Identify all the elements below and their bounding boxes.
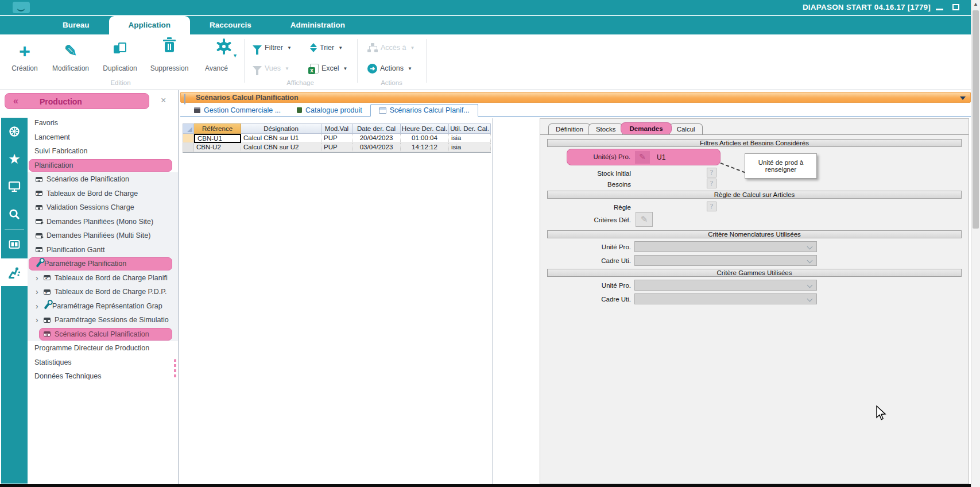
sidebar-item[interactable]: › Planification Gantt [28, 243, 178, 257]
star-icon[interactable]: ★ [1, 145, 28, 173]
sidebar-item[interactable]: › Demandes Planifiées (Multi Site) [28, 229, 178, 243]
sidebar-item[interactable]: › Favoris [28, 116, 178, 130]
sidebar-header[interactable]: « Production [5, 93, 149, 109]
columns-icon[interactable] [1, 231, 28, 258]
vertical-scrollbar[interactable]: ▲ [971, 0, 980, 487]
avance-dropdown-caret[interactable]: ▼ [233, 53, 238, 59]
sidebar-item[interactable]: › Tableaux de Bord de Charge Planifi [28, 271, 178, 285]
detail-tab[interactable]: Stocks [588, 123, 623, 134]
cell-mod-val[interactable]: PUP [321, 143, 353, 152]
gammes-cadre-uti-label: Cadre Uti. [545, 296, 631, 303]
detail-tab[interactable]: Demandes [621, 122, 671, 134]
scroll-up-icon[interactable]: ▲ [973, 1, 978, 7]
modules-wheel-icon[interactable] [1, 118, 28, 145]
sidebar-item[interactable]: › Scénarios Calcul Planification [28, 327, 178, 342]
suppression-button[interactable]: Suppression [145, 39, 194, 72]
sidebar-item[interactable]: › Paramétrage Représentation Grap [28, 299, 178, 314]
cell-heure-der-cal[interactable]: 01:00:04 [401, 134, 449, 143]
nomenclatures-unite-pro-dropdown[interactable] [634, 241, 817, 252]
cell-util-der-cal[interactable]: isia [449, 143, 491, 152]
unite-pro-field-highlighted[interactable]: Unité(s) Pro. ✎ U1 [567, 149, 721, 165]
column-header[interactable]: Référence [194, 123, 241, 134]
cell-date-der-cal[interactable]: 20/04/2023 [353, 134, 401, 143]
chevron-right-icon[interactable]: › [36, 274, 44, 282]
cell-designation[interactable]: Calcul CBN sur U2 [241, 143, 321, 152]
sidebar-item[interactable]: › Paramétrage Planification [28, 257, 178, 271]
regle-help-button[interactable]: ? [707, 202, 716, 211]
cell-mod-val[interactable]: PUP [321, 134, 353, 143]
sidebar-item[interactable]: › Données Techniques [28, 369, 178, 384]
minimize-button[interactable] [936, 9, 943, 10]
chevron-right-icon[interactable]: › [36, 288, 44, 296]
excel-button[interactable]: Excel ▼ [310, 62, 348, 75]
criteres-def-button[interactable]: ✎ [636, 212, 653, 227]
title-bar: DIAPASON START 04.16.17 [1779] [0, 0, 971, 16]
row-selector[interactable] [183, 143, 194, 152]
sidebar-item[interactable]: › Planification [28, 159, 178, 173]
ribbon-tab[interactable]: Application [109, 16, 191, 34]
creation-button[interactable]: + Création [0, 39, 49, 72]
monitor-icon[interactable] [1, 173, 28, 200]
cell-designation[interactable]: Calcul CBN sur U1 [241, 134, 321, 143]
gammes-cadre-uti-dropdown[interactable] [634, 293, 817, 304]
ribbon-tab[interactable]: Raccourcis [190, 16, 271, 34]
row-selector[interactable] [183, 134, 194, 143]
column-header[interactable]: Désignation [241, 123, 321, 134]
maximize-button[interactable] [952, 4, 959, 10]
filtrer-button[interactable]: Filtrer ▼ [253, 41, 292, 54]
detail-tab[interactable]: Calcul [669, 123, 703, 134]
actions-button[interactable]: ➜ Actions ▼ [367, 62, 412, 75]
filter-icon [253, 66, 262, 71]
detail-tab[interactable]: Définition [548, 123, 591, 134]
modification-button[interactable]: ✎ Modification [46, 39, 95, 72]
column-header[interactable]: Heure Der. Cal. [401, 123, 449, 134]
robot-arm-icon[interactable] [1, 258, 28, 286]
cell-heure-der-cal[interactable]: 14:12:12 [401, 143, 449, 152]
sidebar-item[interactable]: › Programme Directeur de Production [28, 341, 178, 355]
sidebar-item[interactable]: › Paramétrage Sessions de Simulatio [28, 313, 178, 327]
unite-pro-label: Unité(s) Pro. [573, 153, 630, 160]
sidebar-item[interactable]: › Demandes Planifiées (Mono Site) [28, 215, 178, 229]
search-icon[interactable] [1, 200, 28, 228]
column-header[interactable]: Util. Der. Cal. [449, 123, 491, 134]
tab-catalogue-produit[interactable]: Catalogue produit [289, 104, 370, 116]
select-all-header[interactable] [183, 123, 194, 134]
close-icon[interactable]: × [161, 96, 166, 105]
scrollbar-thumb[interactable] [973, 10, 979, 229]
trier-button[interactable]: Trier ▼ [310, 41, 343, 54]
chevron-right-icon[interactable]: › [36, 302, 44, 310]
besoins-help-button[interactable]: ? [707, 179, 716, 188]
sidebar-item[interactable]: › Suivi Fabrication [28, 144, 178, 159]
edit-criteria-icon[interactable]: ✎ [635, 151, 650, 164]
table-row[interactable]: CBN-U1 Calcul CBN sur U1 PUP 20/04/2023 … [183, 134, 491, 143]
sidebar-item[interactable]: › Validation Sessions Charge [28, 200, 178, 215]
gammes-unite-pro-dropdown[interactable] [634, 280, 817, 291]
header-dropdown-icon[interactable] [960, 96, 966, 100]
tab-gestion-commerciale[interactable]: Gestion Commerciale ... [186, 104, 289, 116]
cell-reference[interactable]: CBN-U2 [194, 143, 241, 152]
sidebar-item[interactable]: › Lancement [28, 130, 178, 145]
acces-a-button[interactable]: Accès à ▼ [367, 41, 415, 54]
sidebar-scrollbar-thumb[interactable] [174, 359, 176, 378]
sidebar-item[interactable]: › Tableaux de Bord de Charge [28, 187, 178, 201]
table-row[interactable]: CBN-U2 Calcul CBN sur U2 PUP 03/04/2023 … [183, 143, 491, 152]
cell-reference[interactable]: CBN-U1 [194, 134, 241, 143]
sidebar-item[interactable]: › Scénarios de Planification [28, 172, 178, 187]
duplication-button[interactable]: Duplication [95, 39, 145, 72]
ribbon-tab[interactable]: Bureau [43, 16, 109, 34]
stock-initial-help-button[interactable]: ? [707, 168, 716, 177]
column-header[interactable]: Mod.Val [321, 123, 353, 134]
cell-date-der-cal[interactable]: 03/04/2023 [353, 143, 401, 152]
column-header[interactable]: Date der. Cal [353, 123, 401, 134]
sidebar-item[interactable]: › Statistiques [28, 355, 178, 370]
collapse-icon[interactable]: « [13, 96, 18, 106]
ribbon-tab[interactable]: Administration [271, 16, 365, 34]
vues-button[interactable]: Vues ▼ [253, 62, 289, 75]
tab-scenarios-calcul-planif[interactable]: Scénarios Calcul Planif... [370, 104, 478, 117]
nomenclatures-cadre-uti-dropdown[interactable] [634, 255, 817, 266]
cell-util-der-cal[interactable]: isia [449, 134, 491, 143]
tooltip-connector-line [721, 163, 746, 173]
unite-pro-value: U1 [657, 153, 665, 161]
sidebar-item[interactable]: › Tableaux de Bord de Charge P.D.P. [28, 285, 178, 299]
chevron-right-icon[interactable]: › [36, 316, 44, 324]
